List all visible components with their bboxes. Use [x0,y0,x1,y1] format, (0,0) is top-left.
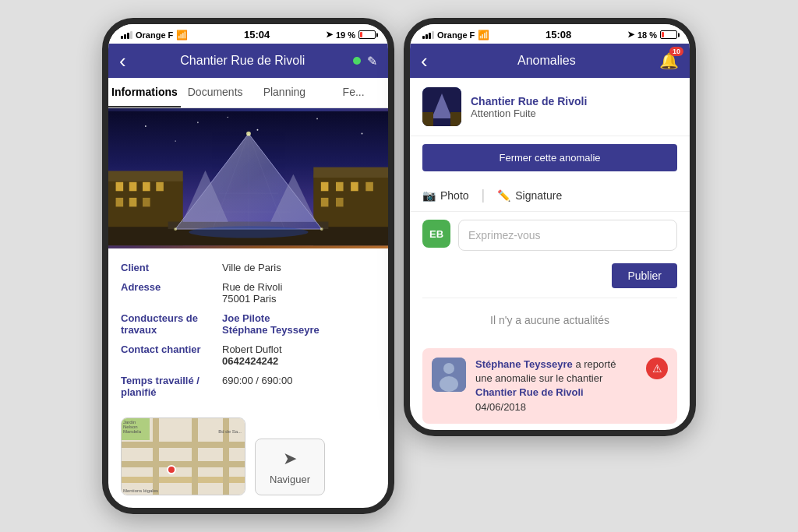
temps-label: Temps travaillé /planifié [121,375,222,398]
svg-rect-22 [365,182,373,191]
battery-icon-right [660,30,677,39]
publish-button[interactable]: Publier [612,263,677,288]
battery-fill [360,32,362,37]
svg-rect-14 [116,198,124,206]
map-road [192,418,198,495]
back-button-right[interactable]: ‹ [421,51,428,71]
location-icon-right: ➤ [627,30,634,40]
info-row-contact: Contact chantier Robert Duflot0642424242 [121,340,376,371]
map-road [153,418,159,495]
action-bar: 📷 Photo | ✏️ Signature [410,179,690,212]
contact-value: Robert Duflot0642424242 [222,344,376,367]
camera-icon: 📷 [422,189,436,202]
nav-title: Chantier Rue de Rivoli [132,54,353,68]
pencil-icon: ✏️ [497,189,510,202]
battery-pct-right: 18 % [637,30,657,40]
map-thumbnail[interactable]: JardinNelsonMandela Mentions légales Bd … [121,417,245,495]
svg-rect-13 [156,182,164,191]
signature-action[interactable]: ✏️ Signature [497,189,562,202]
right-status-right: ➤ 18 % [627,30,677,40]
signal-bars [121,31,132,39]
svg-point-39 [320,227,323,231]
left-status-left: Orange F 📶 [121,30,188,41]
svg-point-5 [362,133,363,135]
right-status-bar: Orange F 📶 15:08 ➤ 18 % [410,24,690,44]
signal-bar-1 [121,36,123,39]
info-section: Client Ville de Paris Adresse Rue de Riv… [108,248,388,411]
activity-date: 04/06/2018 [475,401,526,413]
left-phone: Orange F 📶 15:04 ➤ 19 % ‹ Chantier Rue d… [102,18,394,514]
tab-planning[interactable]: Planning [250,78,320,107]
svg-rect-24 [336,198,344,206]
publish-row: Publier [410,259,690,298]
bell-count: 10 [669,47,683,56]
navigate-label: Naviguer [270,474,310,485]
activity-chantier-link[interactable]: Chantier Rue de Rivoli [475,386,584,398]
wifi-icon-right: 📶 [478,30,489,41]
bell-badge[interactable]: 🔔 10 [659,51,679,70]
pyramid-svg [108,108,388,248]
back-button[interactable]: ‹ [119,51,126,71]
svg-point-4 [316,118,318,119]
anomaly-title: Chantier Rue de Rivoli [471,95,677,107]
svg-point-3 [257,129,259,131]
signal-bar-4 [432,31,434,39]
location-icon: ➤ [326,30,333,40]
edit-icon[interactable]: ✎ [367,54,377,69]
svg-point-46 [440,376,458,392]
contact-label: Contact chantier [121,344,222,367]
commenter-avatar: EB [422,220,450,248]
conducteurs-label: Conducteurs de travaux [121,312,222,336]
map-label-bois: Bd de Sa... [218,429,242,434]
signal-bars-right [422,31,434,39]
svg-rect-15 [129,198,137,206]
action-divider: | [482,187,486,203]
comment-input[interactable]: Exprimez-vous [458,220,677,251]
left-status-bar: Orange F 📶 15:04 ➤ 19 % [108,24,388,44]
map-section: JardinNelsonMandela Mentions légales Bd … [108,411,388,508]
right-nav-bar: ‹ Anomalies 🔔 10 [410,44,690,78]
person-avatar [432,358,466,392]
info-row-adresse: Adresse Rue de Rivoli75001 Paris [121,277,376,308]
left-status-right: ➤ 19 % [326,30,376,40]
map-label-park: JardinNelsonMandela [123,420,141,434]
comment-area: EB Exprimez-vous [410,212,690,259]
site-image [108,108,388,248]
carrier-label-right: Orange F [437,30,475,40]
right-status-left: Orange F 📶 [422,30,489,41]
activity-card: Stéphane Teysseyre a reportéune anomalie… [422,348,677,424]
adresse-label: Adresse [121,281,222,305]
navigate-button[interactable]: ➤ Naviguer [255,439,325,495]
louvre-thumbnail [422,87,461,126]
map-background: JardinNelsonMandela Mentions légales Bd … [122,418,245,495]
status-dot [353,57,361,65]
info-row-conducteurs: Conducteurs de travaux Joe PiloteStéphan… [121,308,376,340]
map-pin [167,465,176,474]
tab-fe[interactable]: Fe... [319,78,388,107]
anomalies-title: Anomalies [434,54,659,68]
svg-point-1 [145,125,147,127]
anomaly-avatar [422,87,461,126]
svg-point-7 [227,117,228,118]
left-nav-bar: ‹ Chantier Rue de Rivoli ✎ [108,44,388,78]
anomaly-info: Chantier Rue de Rivoli Attention Fuite [471,95,677,119]
tab-informations[interactable]: Informations [108,78,181,107]
photo-action[interactable]: 📷 Photo [422,189,469,202]
svg-point-36 [189,226,308,238]
svg-rect-18 [313,167,388,178]
signal-bar-3 [127,33,129,39]
close-anomaly-button[interactable]: Fermer cette anomalie [422,144,677,171]
svg-rect-43 [450,112,461,126]
anomaly-card: Chantier Rue de Rivoli Attention Fuite [410,78,690,136]
svg-rect-9 [108,171,183,181]
tab-documents[interactable]: Documents [181,78,250,107]
temps-value: 690:00 / 690:00 [222,375,376,398]
svg-rect-23 [321,198,329,206]
anomaly-subtitle: Attention Fuite [471,107,677,119]
battery-icon [358,30,376,39]
adresse-value: Rue de Rivoli75001 Paris [222,281,376,305]
wifi-icon: 📶 [176,30,188,41]
client-value: Ville de Paris [222,262,376,273]
map-label-mentions: Mentions légales [123,488,158,493]
svg-point-37 [246,132,251,136]
